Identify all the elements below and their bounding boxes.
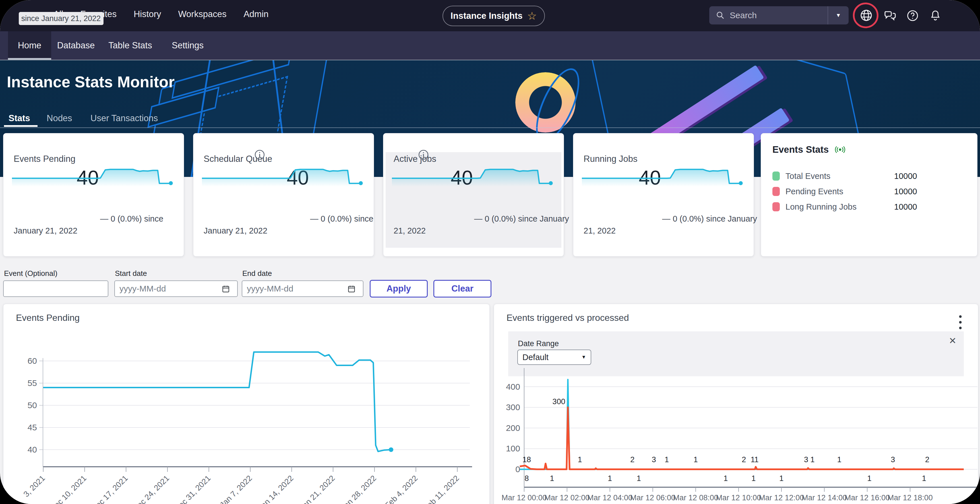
page-title: Instance Stats Monitor	[7, 73, 175, 91]
date-range-select[interactable]: Default ▼	[517, 350, 591, 365]
svg-text:1: 1	[867, 474, 871, 483]
tab-table-stats[interactable]: Table Stats	[105, 31, 156, 60]
svg-text:300: 300	[552, 397, 565, 406]
legend-label: Long Running Jobs	[786, 202, 857, 211]
svg-text:55: 55	[28, 378, 37, 388]
start-date-input[interactable]	[115, 280, 238, 297]
svg-text:Mar 12 16:00: Mar 12 16:00	[845, 493, 890, 502]
favorite-star-icon[interactable]: ☆	[527, 11, 537, 21]
svg-text:1: 1	[550, 474, 554, 483]
info-icon[interactable]	[417, 149, 430, 161]
legend-value: 10000	[894, 202, 917, 211]
search-placeholder: Search	[730, 11, 827, 20]
events-pending-chart: 40455055603, 2021Dec 10, 2021Dec 17, 202…	[3, 304, 490, 504]
stat-card-schedular-queue: Schedular Queue 40 — 0 (0.0%) since Janu…	[193, 133, 374, 256]
events-stats-card: Events Stats Total Events 10000 Pending …	[761, 133, 977, 256]
nav-item-admin[interactable]: Admin	[243, 9, 269, 19]
svg-text:Dec 31, 2021: Dec 31, 2021	[173, 474, 212, 504]
bell-icon[interactable]	[929, 9, 942, 22]
event-input[interactable]	[3, 280, 108, 297]
svg-text:1: 1	[810, 455, 815, 464]
legend-value: 10000	[894, 172, 917, 181]
svg-text:2: 2	[925, 455, 929, 464]
hero-tab-stats[interactable]: Stats	[8, 113, 30, 124]
svg-text:Jan 7, 2022: Jan 7, 2022	[218, 474, 254, 504]
svg-text:50: 50	[28, 401, 37, 410]
svg-text:Jan 28, 2022: Jan 28, 2022	[339, 474, 378, 504]
svg-text:Dec 24, 2021: Dec 24, 2021	[131, 474, 171, 504]
events-pending-panel: Events Pending 40455055603, 2021Dec 10, …	[3, 304, 490, 504]
hero-tab-user-transactions[interactable]: User Tansactions	[91, 113, 158, 124]
svg-text:1: 1	[751, 474, 756, 483]
kebab-menu-icon[interactable]	[958, 314, 963, 330]
svg-text:Mar 12 18:00: Mar 12 18:00	[888, 493, 933, 502]
svg-text:1: 1	[779, 474, 783, 483]
svg-text:Jan 21, 2022: Jan 21, 2022	[298, 474, 336, 504]
close-icon[interactable]: ✕	[949, 335, 956, 346]
svg-text:300: 300	[506, 402, 520, 412]
svg-text:18: 18	[522, 455, 531, 464]
card-delta: — 0 (0.0%) since January 21, 2022	[584, 214, 757, 235]
svg-text:11: 11	[751, 455, 759, 464]
legend-swatch	[772, 187, 780, 196]
svg-text:Mar 12 06:00: Mar 12 06:00	[630, 493, 675, 502]
tab-settings[interactable]: Settings	[168, 31, 208, 60]
delta-tooltip: 0 (0.0%) since January 21, 2022	[19, 12, 103, 25]
clear-button[interactable]: Clear	[433, 280, 492, 297]
top-navbar: All Favorites History Workspaces Admin 0…	[0, 0, 980, 31]
svg-text:3, 2021: 3, 2021	[22, 474, 47, 499]
instance-insights-pill[interactable]: Instance Insights ☆	[442, 6, 545, 26]
help-icon[interactable]	[906, 9, 919, 22]
tab-database[interactable]: Database	[55, 31, 97, 60]
date-range-label: Date Range	[518, 339, 559, 348]
chevron-down-icon: ▼	[836, 12, 841, 19]
sparkline-chart	[392, 161, 556, 187]
sparkline-chart	[12, 161, 176, 187]
svg-text:Mar 12 10:00: Mar 12 10:00	[716, 493, 761, 502]
events-triggered-vs-processed-panel: Events triggered vs processed Date Range…	[494, 304, 978, 504]
info-icon[interactable]	[254, 149, 266, 161]
globe-icon[interactable]	[859, 8, 873, 22]
panel-title: Events Pending	[16, 313, 80, 323]
chevron-down-icon: ▼	[581, 355, 586, 360]
stat-card-events-pending: Events Pending 40 — 0 (0.0%) since Janua…	[3, 133, 184, 256]
hero-tab-nodes[interactable]: Nodes	[47, 113, 72, 124]
svg-text:Mar 12 04:00: Mar 12 04:00	[587, 493, 633, 502]
svg-text:3: 3	[652, 455, 656, 464]
svg-text:100: 100	[506, 444, 520, 453]
search-input[interactable]: Search ▼	[709, 6, 849, 24]
date-range-value: Default	[522, 353, 549, 362]
nav-item-history[interactable]: History	[134, 9, 161, 19]
svg-text:1: 1	[724, 474, 728, 483]
start-date-label: Start date	[115, 269, 147, 278]
apply-button[interactable]: Apply	[370, 280, 428, 297]
page-tab-bar: Home Database Table Stats Settings	[0, 31, 980, 60]
svg-text:Feb 11, 2022: Feb 11, 2022	[422, 474, 461, 504]
svg-text:2: 2	[630, 455, 635, 464]
tab-home[interactable]: Home	[8, 31, 51, 60]
stat-card-running-jobs: Running Jobs 40 — 0 (0.0%) since January…	[573, 133, 754, 256]
legend-label: Pending Events	[786, 187, 843, 196]
legend-label: Total Events	[786, 172, 830, 181]
svg-text:Feb 4, 2022: Feb 4, 2022	[383, 474, 420, 504]
svg-text:Mar 12 08:00: Mar 12 08:00	[673, 493, 718, 502]
svg-text:Mar 12 02:00: Mar 12 02:00	[544, 493, 590, 502]
nav-item-workspaces[interactable]: Workspaces	[178, 9, 226, 19]
svg-text:1: 1	[665, 455, 669, 464]
card-delta: — 0 (0.0%) since January 21, 2022	[14, 214, 163, 235]
svg-text:1: 1	[578, 455, 582, 464]
svg-text:200: 200	[506, 423, 520, 432]
end-date-input[interactable]	[242, 280, 363, 297]
svg-text:3: 3	[804, 455, 808, 464]
date-range-filter-box: Date Range Default ▼ ✕	[508, 331, 964, 376]
svg-text:Dec 10, 2021: Dec 10, 2021	[48, 474, 88, 504]
svg-text:1: 1	[837, 455, 842, 464]
sparkline-chart	[582, 161, 746, 187]
search-scope-dropdown[interactable]: ▼	[827, 6, 849, 24]
svg-text:Mar 12 00:00: Mar 12 00:00	[501, 493, 547, 502]
hero-active-tab-underline	[4, 125, 38, 127]
chat-icon[interactable]	[883, 9, 897, 22]
legend-swatch	[772, 202, 780, 211]
svg-text:3: 3	[891, 455, 895, 464]
svg-text:0: 0	[515, 464, 520, 474]
